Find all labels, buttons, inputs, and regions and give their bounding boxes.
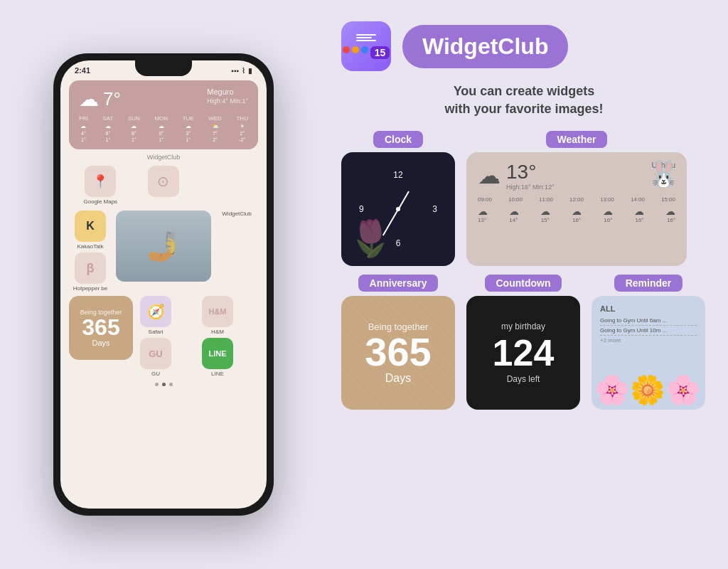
pagination-dots bbox=[60, 383, 267, 386]
phone-photo-row: K KakaoTalk β Hotpepper be 🤳 WidgetClub bbox=[60, 211, 267, 292]
phone-bottom-section: Being together 365 Days 🧭 Safari H&M H&M… bbox=[60, 296, 267, 377]
weather-prev-temp: 13° bbox=[506, 161, 536, 183]
anniversary-widget-preview: Being together 365 Days bbox=[341, 296, 455, 410]
app-lines-icon bbox=[356, 34, 376, 41]
right-panel: 15 WidgetClub You can create widgets wit… bbox=[327, 0, 728, 569]
clock-widget-preview: 🌷 12 3 6 9 bbox=[341, 152, 455, 266]
app-header: 15 WidgetClub bbox=[341, 21, 707, 71]
reminder-items: ALL Going to Gym Until 6am ... Going to … bbox=[600, 304, 697, 344]
weather-tag[interactable]: Weather bbox=[546, 131, 608, 148]
kakaotalk-icon[interactable]: K KakaoTalk bbox=[69, 211, 112, 250]
countdown-widget-col: Countdown my birthday 124 Days left bbox=[466, 275, 580, 410]
phone-left-icons: K KakaoTalk β Hotpepper be bbox=[69, 211, 112, 292]
cloud-icon: ☁ bbox=[79, 87, 99, 111]
reminder-flowers: 🌸🌼🌸 bbox=[592, 353, 705, 410]
app-icon-dots: 15 bbox=[343, 46, 390, 59]
phone-weather-highlow: High:4° Min:1° bbox=[207, 97, 248, 105]
gu-icon[interactable]: GU GU bbox=[137, 338, 174, 377]
weather-prev-highlow: High:16° Min:12° bbox=[506, 184, 555, 191]
reminder-widget-preview: ALL Going to Gym Until 6am ... Going to … bbox=[592, 296, 705, 410]
countdown-number: 124 bbox=[493, 334, 555, 371]
hm-icon[interactable]: H&M H&M bbox=[199, 296, 236, 335]
clock-minute-hand bbox=[382, 210, 398, 236]
safari-icon[interactable]: 🧭 Safari bbox=[137, 296, 174, 335]
clock-num-3: 3 bbox=[432, 204, 437, 214]
ann-days-text: Days bbox=[385, 372, 411, 385]
phone-screen: 2:41 ▪▪▪ ⌇ ▮ ☁ 7° Meguro High:4° Min:1° bbox=[60, 60, 267, 509]
clock-widget-col: Clock 🌷 12 3 6 9 bbox=[341, 131, 455, 266]
weather-prev-top: ☁ 13° High:16° Min:12° Ushiku bbox=[478, 161, 675, 191]
widget-row-1: Clock 🌷 12 3 6 9 Weather bbox=[341, 131, 707, 266]
app-title-bubble: WidgetClub bbox=[402, 25, 568, 68]
app-icon: 15 bbox=[341, 21, 391, 71]
phone-ann-number: 365 bbox=[82, 316, 119, 339]
phone-notch bbox=[135, 60, 192, 76]
weather-prev-icons: ☁☁☁☁☁☁☁ bbox=[478, 206, 675, 217]
widgetclub-label-phone: WidgetClub bbox=[60, 154, 267, 161]
reminder-tag[interactable]: Reminder bbox=[614, 275, 683, 292]
dot-2[interactable] bbox=[162, 383, 166, 386]
reminder-item-1: Going to Gym Until 6am ... bbox=[600, 316, 697, 326]
phone-ann-days: Days bbox=[92, 339, 109, 347]
phone-weather-temp: 7° bbox=[103, 88, 121, 110]
countdown-tag[interactable]: Countdown bbox=[485, 275, 562, 292]
app-tagline: You can create widgets with your favorit… bbox=[341, 83, 707, 118]
battery-icon: ▮ bbox=[248, 67, 252, 75]
phone-anniversary-widget[interactable]: Being together 365 Days bbox=[69, 296, 133, 360]
podcast-icon[interactable]: ⊙ bbox=[142, 166, 185, 205]
google-maps-icon[interactable]: 📍 Google Maps bbox=[79, 166, 122, 205]
widget-row-2: Anniversary Being together 365 Days Coun… bbox=[341, 275, 707, 410]
phone-time: 2:41 bbox=[75, 66, 90, 75]
weather-prev-temps: 13°14°15°16°16°16°16° bbox=[478, 217, 675, 223]
app-version-badge: 15 bbox=[370, 46, 390, 59]
dot-1[interactable] bbox=[155, 383, 159, 386]
countdown-title: my birthday bbox=[501, 321, 545, 331]
anniversary-tag[interactable]: Anniversary bbox=[358, 275, 439, 292]
user-photo: 🤳 bbox=[116, 211, 211, 282]
wifi-icon: ⌇ bbox=[242, 67, 245, 75]
weather-prev-times: 09:0010:0011:0012:0013:0014:0015:00 bbox=[478, 196, 675, 203]
reminder-header: ALL bbox=[600, 304, 697, 313]
clock-num-6: 6 bbox=[396, 238, 401, 248]
clock-num-12: 12 bbox=[393, 170, 402, 180]
reminder-widget-col: Reminder ALL Going to Gym Until 6am ... … bbox=[592, 275, 705, 410]
countdown-subtitle: Days left bbox=[507, 374, 540, 384]
phone-weather-location: Meguro bbox=[207, 87, 248, 96]
line-icon[interactable]: LINE LINE bbox=[199, 338, 236, 377]
app-title: WidgetClub bbox=[422, 33, 548, 59]
anniversary-widget-col: Anniversary Being together 365 Days bbox=[341, 275, 455, 410]
bunny-decoration: 🐰 bbox=[648, 159, 680, 189]
countdown-widget-preview: my birthday 124 Days left bbox=[466, 296, 580, 410]
signal-icon: ▪▪▪ bbox=[231, 67, 239, 75]
phone-ann-being: Being together bbox=[80, 309, 122, 316]
phone-weather-widget[interactable]: ☁ 7° Meguro High:4° Min:1° FRI☁4°1° SAT☁… bbox=[69, 80, 258, 149]
weather-widget-col: Weather ☁ 13° High:16° Min:12° Ushiku 🐰 bbox=[466, 131, 687, 266]
clock-face: 12 3 6 9 bbox=[359, 170, 437, 248]
clock-num-9: 9 bbox=[359, 204, 364, 214]
ann-number-big: 365 bbox=[365, 332, 431, 372]
weather-widget-preview: ☁ 13° High:16° Min:12° Ushiku 🐰 09:0010:… bbox=[466, 152, 687, 266]
phone-bottom-icons: 🧭 Safari H&M H&M GU GU LINE LINE bbox=[137, 296, 258, 377]
weather-prev-left: ☁ 13° High:16° Min:12° bbox=[478, 161, 555, 191]
clock-center-dot bbox=[396, 207, 400, 211]
reminder-more: +2 more bbox=[600, 337, 697, 344]
weather-cloud-icon: ☁ bbox=[478, 162, 500, 189]
phone-icon-row-1: 📍 Google Maps ⊙ bbox=[60, 163, 267, 208]
dot-3[interactable] bbox=[169, 383, 173, 386]
status-icons: ▪▪▪ ⌇ ▮ bbox=[231, 67, 252, 75]
phone-weather-days: FRI☁4°1° SAT☁6°1° SUN☁8°1° MON☁0°1° TUE☁… bbox=[79, 115, 248, 142]
left-panel: 2:41 ▪▪▪ ⌇ ▮ ☁ 7° Meguro High:4° Min:1° bbox=[0, 0, 327, 569]
hotpepper-icon[interactable]: β Hotpepper be bbox=[69, 252, 112, 292]
reminder-item-2: Going to Gym Until 10m ... bbox=[600, 326, 697, 336]
clock-tag[interactable]: Clock bbox=[373, 131, 423, 148]
widgetclub-icon-label[interactable]: WidgetClub bbox=[215, 211, 258, 220]
phone-mockup: 2:41 ▪▪▪ ⌇ ▮ ☁ 7° Meguro High:4° Min:1° bbox=[53, 53, 274, 516]
